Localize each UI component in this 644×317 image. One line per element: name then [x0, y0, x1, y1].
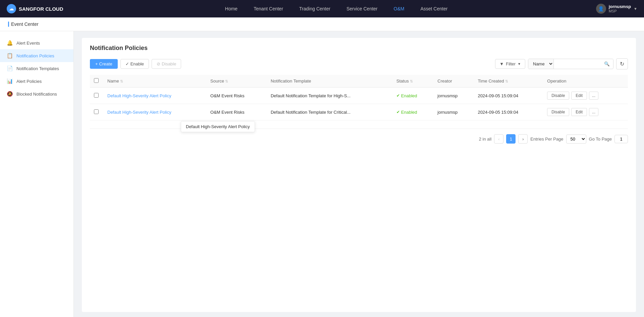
- goto-page-input[interactable]: [614, 135, 628, 143]
- goto-page-label: Go To Page: [589, 137, 612, 142]
- row-template-1: Default Notification Template for High-S…: [267, 88, 392, 104]
- ban-icon: ⊘: [157, 61, 160, 66]
- row-actions-1: Disable Edit ...: [547, 92, 624, 100]
- entries-per-page-label: Entries Per Page: [530, 137, 563, 142]
- col-source[interactable]: Source: [206, 75, 267, 88]
- row-time-1: 2024-09-05 15:09:04: [474, 88, 543, 104]
- row-name-2[interactable]: Default High-Severity Alert Policy: [107, 110, 171, 115]
- search-icon: 🔍: [604, 61, 610, 66]
- search-input[interactable]: [554, 59, 601, 68]
- col-notification-template: Notification Template: [267, 75, 392, 88]
- alert-events-icon: 🔔: [7, 40, 13, 46]
- logo-icon: ☁: [7, 4, 16, 13]
- row-status-2: ✔ Enabled: [396, 110, 430, 115]
- content-card: Notification Policies + Create ✓ Enable …: [82, 38, 636, 312]
- table-row: Default High-Severity Alert Policy O&M E…: [90, 88, 628, 104]
- blocked-notifications-icon: 🔕: [7, 91, 13, 97]
- select-all-checkbox[interactable]: [94, 78, 99, 83]
- disable-row-1-button[interactable]: Disable: [547, 92, 569, 100]
- nav-tenant[interactable]: Tenant Center: [246, 0, 291, 17]
- logo[interactable]: ☁ SANGFOR CLOUD: [7, 4, 63, 13]
- page-header: Event Center: [0, 17, 644, 31]
- col-operation: Operation: [543, 75, 628, 88]
- tooltip-text: Default High-Severity Alert Policy: [186, 124, 250, 129]
- search-button[interactable]: 🔍: [601, 59, 613, 68]
- disable-button[interactable]: ⊘ Disable: [152, 59, 181, 69]
- row-actions-2: Disable Edit ...: [547, 108, 624, 116]
- col-time-created[interactable]: Time Created: [474, 75, 543, 88]
- filter-button[interactable]: ▼ Filter ▼: [495, 59, 525, 69]
- row-template-2: Default Notification Template for Critic…: [267, 104, 392, 120]
- row-checkbox-2[interactable]: [94, 109, 99, 114]
- filter-dropdown-icon: ▼: [518, 62, 521, 66]
- refresh-button[interactable]: ↻: [616, 58, 628, 69]
- table-wrapper: Name Source Notification Template Status…: [90, 75, 628, 120]
- row-checkbox-1[interactable]: [94, 93, 99, 98]
- tooltip-popup: Default High-Severity Alert Policy: [181, 121, 255, 132]
- col-creator: Creator: [433, 75, 474, 88]
- row-time-2: 2024-09-05 15:09:04: [474, 104, 543, 120]
- sidebar-item-notification-templates[interactable]: 📄 Notification Templates: [0, 62, 73, 75]
- sidebar-label-alert-policies: Alert Policies: [16, 79, 42, 84]
- sidebar-label-notification-policies: Notification Policies: [16, 53, 54, 58]
- row-creator-1: jornusmsp: [433, 88, 474, 104]
- page-header-title: Event Center: [8, 21, 39, 27]
- col-status[interactable]: Status: [392, 75, 434, 88]
- table-row: Default High-Severity Alert Policy O&M E…: [90, 104, 628, 120]
- user-avatar: 👤: [596, 4, 606, 14]
- check-icon: ✓: [125, 61, 129, 66]
- user-role: MSP: [609, 9, 631, 13]
- row-source-1: O&M Event Risks: [206, 88, 267, 104]
- disable-row-2-button[interactable]: Disable: [547, 108, 569, 116]
- refresh-icon: ↻: [620, 61, 624, 67]
- pagination: 2 in all ‹ 1 › Entries Per Page 50 100 2…: [90, 128, 628, 144]
- notification-policies-icon: 📋: [7, 53, 13, 59]
- check-enabled-icon: ✔: [396, 93, 400, 98]
- user-name: jornusmsp: [609, 4, 631, 9]
- page-1-button[interactable]: 1: [506, 134, 516, 144]
- more-row-1-button[interactable]: ...: [589, 92, 598, 100]
- nav-om[interactable]: O&M: [386, 0, 413, 17]
- create-button[interactable]: + Create: [90, 59, 118, 69]
- sidebar: 🔔 Alert Events 📋 Notification Policies 📄…: [0, 31, 74, 317]
- filter-icon: ▼: [499, 61, 504, 66]
- entries-per-page-select[interactable]: 50 100 200: [566, 135, 586, 144]
- toolbar: + Create ✓ Enable ⊘ Disable ▼ Filter ▼: [90, 58, 628, 69]
- main-layout: 🔔 Alert Events 📋 Notification Policies 📄…: [0, 31, 644, 317]
- row-name-1[interactable]: Default High-Severity Alert Policy: [107, 93, 171, 98]
- nav-trading[interactable]: Trading Center: [291, 0, 338, 17]
- logo-text: SANGFOR CLOUD: [19, 6, 63, 12]
- prev-page-button[interactable]: ‹: [494, 134, 503, 144]
- content-title: Notification Policies: [90, 45, 628, 52]
- top-navigation: ☁ SANGFOR CLOUD Home Tenant Center Tradi…: [0, 0, 644, 17]
- edit-row-1-button[interactable]: Edit: [571, 92, 587, 100]
- user-dropdown-icon: ▼: [634, 7, 637, 11]
- sidebar-item-alert-events[interactable]: 🔔 Alert Events: [0, 37, 73, 49]
- sidebar-item-alert-policies[interactable]: 📊 Alert Policies: [0, 75, 73, 88]
- user-info: jornusmsp MSP: [609, 4, 631, 14]
- sidebar-label-blocked-notifications: Blocked Notifications: [16, 92, 57, 97]
- sidebar-item-notification-policies[interactable]: 📋 Notification Policies: [0, 49, 73, 62]
- alert-policies-icon: 📊: [7, 78, 13, 84]
- sidebar-item-blocked-notifications[interactable]: 🔕 Blocked Notifications: [0, 88, 73, 100]
- edit-row-2-button[interactable]: Edit: [571, 108, 587, 116]
- search-area: Name 🔍: [528, 59, 613, 69]
- row-creator-2: jornusmsp: [433, 104, 474, 120]
- user-menu[interactable]: 👤 jornusmsp MSP ▼: [596, 4, 637, 14]
- total-count: 2 in all: [479, 137, 492, 142]
- notification-templates-icon: 📄: [7, 65, 13, 71]
- row-status-1: ✔ Enabled: [396, 93, 430, 98]
- enable-button[interactable]: ✓ Enable: [120, 59, 149, 69]
- nav-service[interactable]: Service Center: [338, 0, 386, 17]
- row-source-2: O&M Event Risks: [206, 104, 267, 120]
- col-name[interactable]: Name: [103, 75, 206, 88]
- main-content: Notification Policies + Create ✓ Enable …: [74, 31, 644, 317]
- more-row-2-button[interactable]: ...: [589, 108, 598, 116]
- policies-table: Name Source Notification Template Status…: [90, 75, 628, 120]
- nav-home[interactable]: Home: [217, 0, 246, 17]
- next-page-button[interactable]: ›: [518, 134, 528, 144]
- plus-icon: +: [95, 61, 98, 66]
- search-select[interactable]: Name: [528, 59, 554, 69]
- sidebar-label-alert-events: Alert Events: [16, 41, 40, 46]
- nav-asset[interactable]: Asset Center: [412, 0, 455, 17]
